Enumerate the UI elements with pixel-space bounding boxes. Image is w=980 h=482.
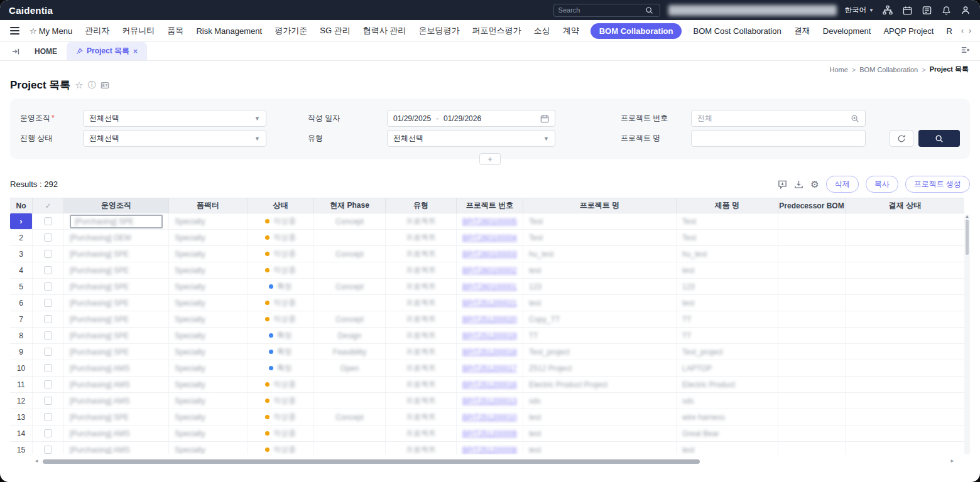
table-row[interactable]: 10[Purchasing] AMSSpecialty확정Open프로젝트BP/… bbox=[10, 360, 964, 377]
scroll-right-icon[interactable]: ► bbox=[950, 458, 955, 464]
column-header-st[interactable]: 상태 bbox=[248, 198, 314, 213]
project-no-filter-field[interactable]: 전체 bbox=[691, 110, 866, 127]
project-number-link[interactable]: BP/T251200021 bbox=[462, 299, 517, 308]
table-row[interactable]: ›[Purchasing] SPESpecialty작성중Concept프로젝트… bbox=[10, 213, 964, 230]
project-name-filter-input[interactable] bbox=[697, 134, 859, 143]
project-number-link[interactable]: BP/T251200020 bbox=[462, 315, 517, 324]
scroll-up-icon[interactable]: ▲ bbox=[965, 214, 969, 218]
row-checkbox[interactable] bbox=[44, 348, 52, 356]
table-row[interactable]: 4[Purchasing] SPESpecialty작성중프로젝트BP/T260… bbox=[10, 262, 964, 279]
tab-home[interactable]: HOME bbox=[25, 42, 67, 60]
tab-project-list[interactable]: Project 목록 × bbox=[67, 42, 147, 60]
date-range-field[interactable]: 01/29/2025 - 01/29/2026 bbox=[387, 110, 555, 127]
row-checkbox[interactable] bbox=[44, 250, 52, 258]
expand-filters-button[interactable]: + bbox=[479, 153, 501, 165]
column-header-ph[interactable]: 현재 Phase bbox=[314, 198, 386, 213]
calendar-icon[interactable] bbox=[540, 114, 549, 123]
vertical-scrollbar[interactable]: ▲ bbox=[964, 215, 970, 454]
row-checkbox[interactable] bbox=[44, 429, 52, 437]
row-checkbox[interactable] bbox=[44, 299, 52, 307]
table-row[interactable]: 5[Purchasing] SPESpecialty확정Concept프로젝트B… bbox=[10, 279, 964, 295]
type-filter-select[interactable]: 전체선택 ▼ bbox=[387, 130, 555, 147]
project-number-link[interactable]: BP/T260100005 bbox=[462, 217, 517, 226]
scroll-left-icon[interactable]: ◄ bbox=[34, 458, 39, 464]
menu-item[interactable]: 퍼포먼스평가 bbox=[471, 23, 523, 39]
column-header-pre[interactable]: Predecessor BOM bbox=[778, 198, 846, 213]
menu-scroll-left-icon[interactable]: ‹ bbox=[961, 26, 964, 35]
comment-export-icon[interactable] bbox=[778, 179, 787, 189]
project-number-link[interactable]: BP/T251200009 bbox=[462, 429, 517, 438]
table-row[interactable]: 13[Purchasing] SPESpecialty작성중Concept프로젝… bbox=[10, 409, 964, 426]
menu-item[interactable]: APQP Project bbox=[882, 24, 935, 38]
menu-item[interactable]: 협력사 관리 bbox=[362, 23, 408, 39]
menu-item[interactable]: Development bbox=[822, 24, 873, 38]
table-row[interactable]: 7[Purchasing] SPESpecialty작성중Concept프로젝트… bbox=[10, 311, 964, 328]
search-icon[interactable] bbox=[644, 4, 655, 16]
table-row[interactable]: 2[Purchasing] OEMSpecialty작성중프로젝트BP/T260… bbox=[10, 230, 964, 246]
column-header-org[interactable]: 운영조직 bbox=[64, 198, 169, 213]
row-checkbox[interactable] bbox=[44, 315, 52, 323]
row-checkbox[interactable] bbox=[44, 364, 52, 372]
menu-item[interactable]: SG 관리 bbox=[318, 23, 351, 39]
menu-item[interactable]: 커뮤니티 bbox=[121, 23, 156, 39]
search-button[interactable] bbox=[918, 130, 960, 147]
row-checkbox[interactable] bbox=[44, 233, 52, 242]
menu-item[interactable]: 평가기준 bbox=[273, 23, 308, 39]
row-checkbox[interactable] bbox=[44, 380, 52, 388]
project-number-link[interactable]: BP/T251200016 bbox=[462, 380, 517, 389]
menu-item[interactable]: Risk Management bbox=[195, 24, 263, 38]
download-icon[interactable] bbox=[794, 179, 803, 189]
language-selector[interactable]: 한국어 ▼ bbox=[845, 6, 874, 15]
refresh-button[interactable] bbox=[890, 130, 913, 147]
project-number-link[interactable]: BP/T251200013 bbox=[462, 397, 517, 405]
close-tab-icon[interactable]: × bbox=[133, 47, 138, 56]
table-row[interactable]: 12[Purchasing] AMSSpecialty작성중프로젝트BP/T25… bbox=[10, 393, 964, 409]
table-row[interactable]: 6[Purchasing] SPESpecialty작성중프로젝트BP/T251… bbox=[10, 295, 964, 311]
table-row[interactable]: 8[Purchasing] SPESpecialty확정Design프로젝트BP… bbox=[10, 328, 964, 344]
project-number-link[interactable]: BP/T251200017 bbox=[462, 364, 517, 373]
feedback-icon[interactable] bbox=[921, 4, 932, 16]
copy-button[interactable]: 복사 bbox=[866, 176, 898, 193]
table-row[interactable]: 14[Purchasing] AMSSpecialty작성중프로젝트BP/T25… bbox=[10, 426, 964, 442]
org-edit-cell[interactable]: [Purchasing] SPE bbox=[70, 215, 163, 228]
column-header-ap[interactable]: 결재 상태 bbox=[846, 198, 964, 213]
menu-item[interactable]: 온보딩평가 bbox=[417, 23, 460, 39]
search-lookup-icon[interactable] bbox=[851, 114, 859, 123]
horizontal-scrollbar-thumb[interactable] bbox=[43, 459, 700, 464]
table-row[interactable]: 3[Purchasing] SPESpecialty작성중Concept프로젝트… bbox=[10, 246, 964, 262]
column-header-ff[interactable]: 폼팩터 bbox=[169, 198, 248, 213]
menu-item[interactable]: 결재 bbox=[793, 23, 812, 39]
column-header-ty[interactable]: 유형 bbox=[386, 198, 457, 213]
calendar-icon[interactable] bbox=[901, 4, 913, 16]
row-checkbox[interactable] bbox=[44, 413, 52, 421]
breadcrumb-item[interactable]: BOM Collaboration bbox=[859, 66, 918, 73]
column-header-pm[interactable]: 프로젝트 명 bbox=[523, 198, 677, 213]
table-row[interactable]: 11[Purchasing] AMSSpecialty작성중프로젝트BP/T25… bbox=[10, 377, 964, 393]
horizontal-scrollbar[interactable]: ◄ ► bbox=[34, 459, 955, 464]
user-icon[interactable] bbox=[960, 4, 971, 16]
bell-icon[interactable] bbox=[940, 4, 952, 16]
favorite-star-icon[interactable]: ☆ bbox=[75, 80, 83, 91]
project-number-link[interactable]: BP/T251200008 bbox=[462, 446, 517, 454]
row-checkbox[interactable] bbox=[44, 266, 52, 274]
delete-button[interactable]: 삭제 bbox=[826, 176, 859, 193]
menu-item[interactable]: 관리자 bbox=[84, 23, 111, 39]
gear-icon[interactable]: ⚙ bbox=[810, 179, 819, 189]
menu-item[interactable]: BOM Cost Collaboration bbox=[692, 24, 782, 38]
vertical-scrollbar-thumb[interactable] bbox=[966, 220, 969, 255]
pin-sidebar-icon[interactable] bbox=[6, 42, 25, 60]
date-to-value[interactable]: 01/29/2026 bbox=[444, 114, 481, 123]
column-header-pd[interactable]: 제품 명 bbox=[677, 198, 778, 213]
row-checkbox[interactable] bbox=[44, 217, 52, 225]
global-search-input[interactable] bbox=[558, 6, 640, 14]
create-project-button[interactable]: 프로젝트 생성 bbox=[905, 176, 970, 193]
column-header-pn[interactable]: 프로젝트 번호 bbox=[457, 198, 523, 213]
row-checkbox[interactable] bbox=[44, 397, 52, 405]
project-number-link[interactable]: BP/T251200018 bbox=[462, 348, 517, 356]
row-checkbox[interactable] bbox=[44, 282, 52, 291]
project-number-link[interactable]: BP/T251200019 bbox=[462, 331, 517, 340]
menu-item[interactable]: BOM Collaboration bbox=[591, 23, 682, 39]
project-number-link[interactable]: BP/T260100003 bbox=[462, 250, 517, 259]
date-from-value[interactable]: 01/29/2025 bbox=[393, 114, 431, 123]
breadcrumb-item[interactable]: Home bbox=[829, 66, 847, 73]
